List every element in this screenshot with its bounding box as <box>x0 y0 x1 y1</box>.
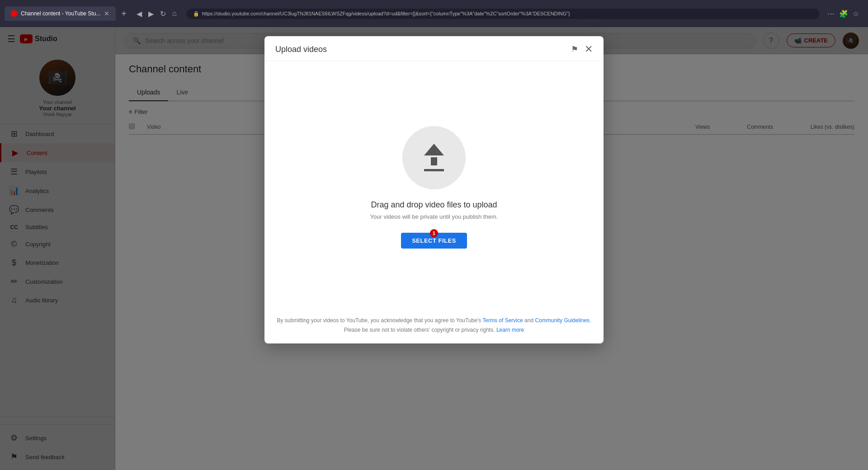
url-text: https://studio.youtube.com/channel/UC3lu… <box>202 11 570 16</box>
home-button[interactable]: ⌂ <box>170 8 179 19</box>
notification-badge: 1 <box>430 229 438 237</box>
forward-button[interactable]: ▶ <box>146 8 156 20</box>
tab-close-button[interactable]: ✕ <box>104 10 109 17</box>
select-files-button[interactable]: 1 SELECT FILES <box>401 233 467 249</box>
community-guidelines-link[interactable]: Community Guidelines <box>535 317 590 324</box>
lock-icon: 🔒 <box>193 11 199 17</box>
footer-line2-pre: Please be sure not to violate others' co… <box>344 327 496 333</box>
learn-more-link[interactable]: Learn more <box>496 327 524 333</box>
bookmark-icon[interactable]: ☆ <box>853 9 859 18</box>
select-files-label: SELECT FILES <box>412 237 456 244</box>
drag-drop-text: Drag and drop video files to upload <box>371 200 497 210</box>
modal-footer: By submitting your videos to YouTube, yo… <box>264 309 604 343</box>
upload-icon-circle <box>402 126 466 189</box>
tab-title: Channel content - YouTube Stu... <box>21 10 100 17</box>
footer-pre-text: By submitting your videos to YouTube, yo… <box>277 317 483 324</box>
new-tab-button[interactable]: + <box>121 9 127 19</box>
private-notice: Your videos will be private until you pu… <box>370 213 498 220</box>
browser-menu-icon[interactable]: ⋯ <box>827 9 835 18</box>
footer-line2: Please be sure not to violate others' co… <box>275 325 593 334</box>
modal-header-right: ⚑ ✕ <box>571 44 593 54</box>
footer-and: and <box>523 317 535 324</box>
browser-nav: ◀ ▶ ↻ ⌂ <box>135 8 179 20</box>
browser-chrome: Channel content - YouTube Stu... ✕ + ◀ ▶… <box>0 0 868 27</box>
flag-icon[interactable]: ⚑ <box>571 44 578 54</box>
browser-tab[interactable]: Channel content - YouTube Stu... ✕ <box>5 6 116 21</box>
modal-close-button[interactable]: ✕ <box>585 44 593 54</box>
upload-arrow-base <box>424 169 444 171</box>
modal-overlay: Upload videos ⚑ ✕ Drag and drop video fi… <box>0 27 868 470</box>
modal-body: Drag and drop video files to upload Your… <box>264 61 604 309</box>
modal-header: Upload videos ⚑ ✕ <box>264 36 604 61</box>
upload-arrow <box>424 144 444 171</box>
footer-line1: By submitting your videos to YouTube, yo… <box>275 316 593 325</box>
address-bar[interactable]: 🔒 https://studio.youtube.com/channel/UC3… <box>187 9 819 19</box>
modal-title: Upload videos <box>275 45 327 54</box>
browser-right-icons: ⋯ 🧩 ☆ <box>827 9 859 18</box>
tab-favicon <box>11 10 17 17</box>
extensions-icon[interactable]: 🧩 <box>839 9 848 18</box>
refresh-button[interactable]: ↻ <box>158 8 168 20</box>
upload-videos-modal: Upload videos ⚑ ✕ Drag and drop video fi… <box>264 36 604 343</box>
back-button[interactable]: ◀ <box>135 8 144 20</box>
footer-period: . <box>590 317 591 324</box>
upload-arrow-body <box>431 157 437 165</box>
terms-of-service-link[interactable]: Terms of Service <box>482 317 523 324</box>
upload-arrow-head <box>424 144 444 155</box>
yt-studio-app: ☰ Studio 🏴‍☠️ Your channel Your channel … <box>0 27 868 470</box>
